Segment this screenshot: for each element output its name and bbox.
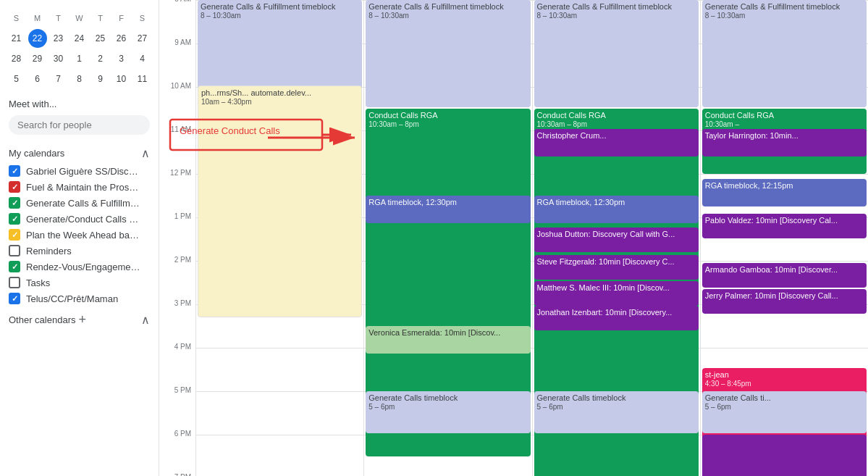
event-title: Taylor Harrington: 10min...: [705, 130, 864, 141]
calendar-checkbox-tasks[interactable]: [9, 277, 20, 288]
event-purple-4[interactable]: [702, 435, 867, 476]
search-people-input[interactable]: [17, 120, 141, 130]
cal-day-9[interactable]: 9: [91, 70, 110, 88]
cal-header-w: W: [70, 9, 89, 28]
cal-day-6[interactable]: 6: [28, 70, 47, 88]
calendar-item-conduct-calls[interactable]: Generate/Conduct Calls R...: [0, 211, 159, 227]
cal-day-25[interactable]: 25: [91, 29, 110, 48]
event-gcf-4[interactable]: Generate Calls & Fulfillment timeblock 8…: [702, 0, 867, 107]
time-grid: 8 AM 9 AM 10 AM 11 AM 12 PM 1 PM 2 PM 3 …: [159, 0, 868, 476]
event-jonathan-3[interactable]: Jonathan Izenbart: 10min [Discovery...: [534, 306, 699, 330]
calendar-item-telus[interactable]: Telus/CC/Prêt/Maman: [0, 291, 159, 306]
event-generate-calls-2[interactable]: Generate Calls timeblock 5 – 6pm: [366, 391, 530, 433]
event-title: Generate Calls timeblock: [537, 393, 696, 403]
other-calendars-section[interactable]: Other calendars + ∧: [0, 306, 159, 330]
event-generate-calls-4[interactable]: Generate Calls ti... 5 – 6pm: [702, 391, 867, 433]
time-12pm: 12 PM: [159, 169, 195, 212]
days-container: .days-container { position: relative; } …: [195, 0, 868, 476]
cal-day-4[interactable]: 4: [133, 49, 152, 68]
event-taylor-4[interactable]: Taylor Harrington: 10min...: [702, 129, 867, 156]
cal-day-7[interactable]: 7: [49, 70, 68, 88]
calendar-item-rendezvous[interactable]: Rendez-Vous/Engagement...: [0, 259, 159, 275]
event-automate-1[interactable]: ph...rms/Sh... automate.delev... 10am – …: [198, 85, 362, 317]
cal-day-30[interactable]: 30: [49, 49, 68, 68]
time-9am: 9 AM: [159, 38, 195, 82]
event-title: Generate Calls ti...: [705, 393, 864, 403]
event-title: Conduct Calls RGA: [705, 110, 864, 120]
cal-day-29[interactable]: 29: [28, 49, 47, 68]
cal-day-21[interactable]: 21: [7, 29, 26, 48]
cal-day-26[interactable]: 26: [112, 29, 131, 48]
cal-header-s2: S: [133, 9, 152, 28]
event-title: Christopher Crum...: [537, 130, 696, 141]
event-christopher-3[interactable]: Christopher Crum...: [534, 129, 699, 156]
calendar-checkbox-gabriel[interactable]: [9, 165, 20, 177]
event-time: 5 – 6pm: [537, 403, 696, 411]
calendar-item-tasks[interactable]: Tasks: [0, 275, 159, 291]
search-people-container[interactable]: [9, 115, 150, 135]
calendar-item-gabriel[interactable]: Gabriel Giguère SS/Discov...: [0, 163, 159, 179]
calendar-checkbox-rendezvous[interactable]: [9, 261, 20, 272]
calendar-checkbox-plan[interactable]: [9, 229, 20, 241]
calendar-label-plan: Plan the Week Ahead base...: [26, 230, 142, 241]
my-calendars-section[interactable]: My calendars ∧: [0, 141, 159, 163]
event-title: Jonathan Izenbart: 10min [Discovery...: [537, 307, 696, 317]
event-steve-3[interactable]: Steve Fitzgerald: 10min [Discovery C...: [534, 255, 699, 280]
event-rga-timeblock-4[interactable]: RGA timeblock, 12:15pm: [702, 179, 867, 206]
calendar-checkbox-reminders[interactable]: [9, 245, 20, 256]
calendar-checkbox-conduct[interactable]: [9, 213, 20, 225]
event-rga-timeblock-3[interactable]: RGA timeblock, 12:30pm: [534, 196, 699, 223]
cal-day-3[interactable]: 3: [112, 49, 131, 68]
event-title: Generate Calls & Fulfillment timeblock: [705, 1, 864, 12]
cal-day-27[interactable]: 27: [133, 29, 152, 48]
calendar-checkbox-generate[interactable]: [9, 197, 20, 209]
cal-header-f: F: [112, 9, 131, 28]
calendar-item-fuel[interactable]: Fuel & Maintain the Prosp...: [0, 179, 159, 195]
day-col-3[interactable]: Generate Calls & Fulfillment timeblock 8…: [532, 0, 700, 476]
event-jerry-4[interactable]: Jerry Palmer: 10min [Discovery Call...: [702, 289, 867, 314]
calendar-label-tasks: Tasks: [26, 277, 50, 288]
event-title: st-jean: [705, 369, 864, 380]
cal-day-28[interactable]: 28: [7, 49, 26, 68]
calendar-main: 8 AM 9 AM 10 AM 11 AM 12 PM 1 PM 2 PM 3 …: [159, 0, 868, 476]
cal-day-5[interactable]: 5: [7, 70, 26, 88]
event-conduct-rga-3b[interactable]: [534, 435, 699, 476]
add-other-calendar-icon[interactable]: +: [79, 312, 87, 327]
time-7pm: 7 PM: [159, 473, 195, 476]
time-1pm: 1 PM: [159, 212, 195, 256]
event-veronica-2[interactable]: Veronica Esmeralda: 10min [Discov...: [366, 326, 530, 354]
cal-day-10[interactable]: 10: [112, 70, 131, 88]
cal-day-24[interactable]: 24: [70, 29, 89, 48]
cal-day-2[interactable]: 2: [91, 49, 110, 68]
event-armando-4[interactable]: Armando Gamboa: 10min [Discover...: [702, 263, 867, 288]
event-title: Conduct Calls RGA: [537, 110, 696, 120]
calendar-item-reminders[interactable]: Reminders: [0, 243, 159, 259]
cal-day-8[interactable]: 8: [70, 70, 89, 88]
calendar-item-generate-calls[interactable]: Generate Calls & Fulfillme...: [0, 195, 159, 211]
event-title: RGA timeblock, 12:30pm: [368, 197, 527, 207]
calendar-checkbox-telus[interactable]: [9, 293, 20, 304]
day-col-4[interactable]: Generate Calls & Fulfillment timeblock 8…: [700, 0, 868, 476]
calendar-item-plan[interactable]: Plan the Week Ahead base...: [0, 227, 159, 243]
event-gcf-3[interactable]: Generate Calls & Fulfillment timeblock 8…: [534, 0, 699, 107]
time-3pm: 3 PM: [159, 299, 195, 343]
event-time: 8 – 10:30am: [537, 12, 696, 20]
cal-day-22[interactable]: 22: [28, 29, 47, 48]
event-joshua-3[interactable]: Joshua Dutton: Discovery Call with G...: [534, 227, 699, 252]
event-pablo-4[interactable]: Pablo Valdez: 10min [Discovery Cal...: [702, 214, 867, 238]
cal-header-t1: T: [49, 9, 68, 28]
event-title: ph...rms/Sh... automate.delev...: [201, 88, 358, 98]
event-gcf-2[interactable]: Generate Calls & Fulfillment timeblock 8…: [366, 0, 530, 107]
cal-day-11[interactable]: 11: [133, 70, 152, 88]
event-generate-calls-3[interactable]: Generate Calls timeblock 5 – 6pm: [534, 391, 699, 433]
event-title: Jerry Palmer: 10min [Discovery Call...: [705, 291, 864, 301]
calendar-checkbox-fuel[interactable]: [9, 181, 20, 193]
event-matthew-3[interactable]: Matthew S. Malec III: 10min [Discov...: [534, 281, 699, 306]
other-calendars-chevron: ∧: [141, 313, 150, 327]
day-col-2[interactable]: Generate Calls & Fulfillment timeblock 8…: [363, 0, 531, 476]
event-rga-timeblock-2[interactable]: RGA timeblock, 12:30pm: [366, 196, 530, 223]
cal-day-1[interactable]: 1: [70, 49, 89, 68]
event-title: Veronica Esmeralda: 10min [Discov...: [368, 327, 527, 338]
day-col-1[interactable]: Generate Calls & Fulfillment timeblock 8…: [195, 0, 363, 476]
cal-day-23[interactable]: 23: [49, 29, 68, 48]
